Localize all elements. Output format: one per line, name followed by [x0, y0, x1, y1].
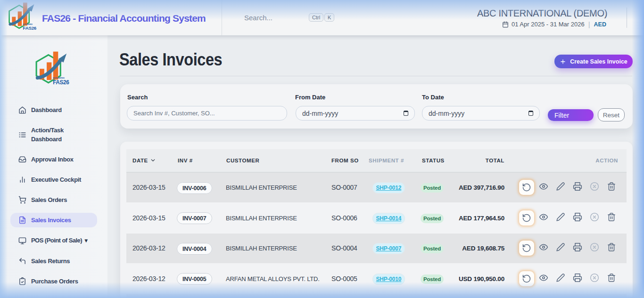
svg-text:FAS26: FAS26	[53, 79, 69, 86]
svg-text:FAS26: FAS26	[23, 25, 37, 31]
